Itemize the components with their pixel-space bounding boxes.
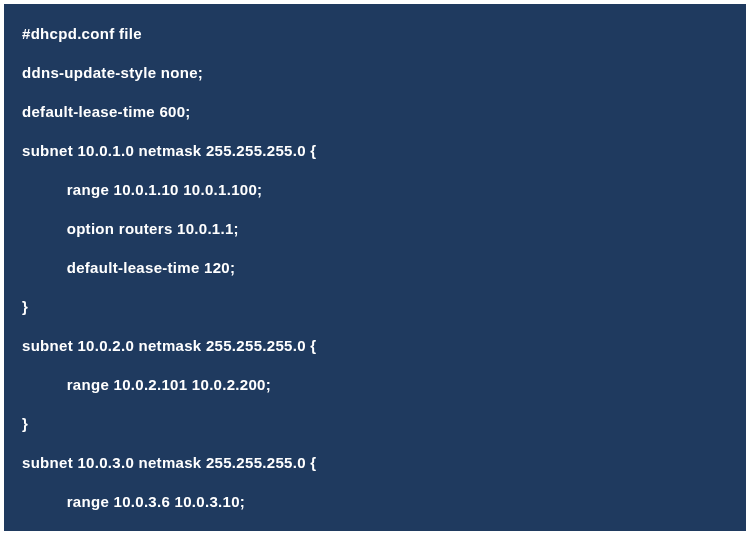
code-line: range 10.0.3.6 10.0.3.10; (22, 482, 728, 521)
code-line: subnet 10.0.1.0 netmask 255.255.255.0 { (22, 131, 728, 170)
code-block: #dhcpd.conf file ddns-update-style none;… (4, 4, 746, 531)
code-line: } (22, 404, 728, 443)
code-line: default-lease-time 120; (22, 248, 728, 287)
code-line: } (22, 287, 728, 326)
code-line: subnet 10.0.3.0 netmask 255.255.255.0 { (22, 443, 728, 482)
code-line: } (22, 521, 728, 531)
code-line: subnet 10.0.2.0 netmask 255.255.255.0 { (22, 326, 728, 365)
code-line: option routers 10.0.1.1; (22, 209, 728, 248)
code-line: #dhcpd.conf file (22, 14, 728, 53)
code-line: ddns-update-style none; (22, 53, 728, 92)
code-line: range 10.0.2.101 10.0.2.200; (22, 365, 728, 404)
code-line: default-lease-time 600; (22, 92, 728, 131)
code-line: range 10.0.1.10 10.0.1.100; (22, 170, 728, 209)
